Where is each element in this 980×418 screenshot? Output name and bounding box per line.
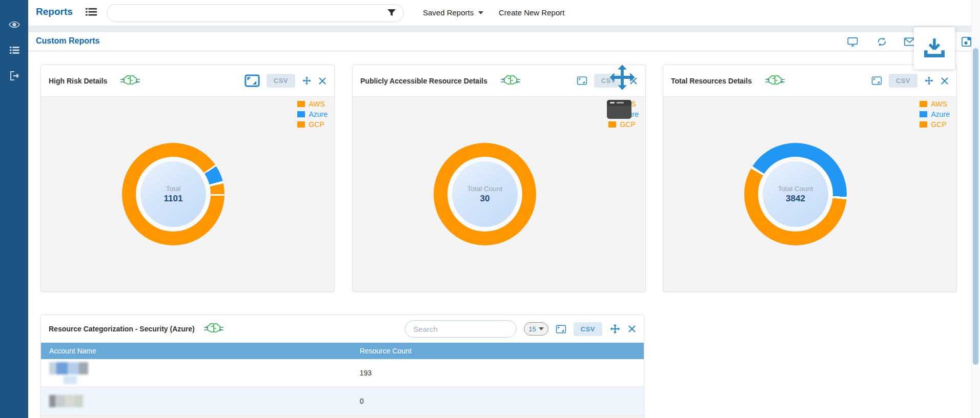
main-area: Reports Saved Reports Create New Report bbox=[28, 0, 980, 418]
card-controls: CSV bbox=[871, 74, 949, 88]
csv-button[interactable]: CSV bbox=[889, 74, 917, 88]
donut-center-label: Total bbox=[166, 185, 181, 193]
redacted-account-name bbox=[49, 395, 352, 407]
legend-swatch bbox=[920, 111, 927, 117]
table-header-row: Account Name Resource Count bbox=[41, 343, 644, 359]
create-new-report-button[interactable]: Create New Report bbox=[499, 8, 564, 17]
donut-chart[interactable]: Total 1101 bbox=[122, 143, 224, 245]
report-search-input[interactable] bbox=[114, 9, 387, 17]
card-header: High Risk Details bbox=[41, 65, 334, 97]
report-search-box bbox=[107, 4, 404, 22]
page-size-value: 15 bbox=[528, 325, 536, 333]
donut-center-label: Total Count bbox=[778, 185, 813, 193]
legend-swatch bbox=[920, 101, 927, 107]
legend-label: GCP bbox=[620, 120, 635, 129]
move-icon[interactable] bbox=[302, 76, 312, 86]
move-icon[interactable] bbox=[924, 76, 934, 86]
legend-item-aws[interactable]: AWS bbox=[297, 100, 328, 108]
expand-icon[interactable] bbox=[244, 74, 260, 87]
card-body: AWS Azure GCP Total 1101 bbox=[41, 97, 334, 291]
eye-icon[interactable] bbox=[8, 18, 21, 31]
card-title: High Risk Details bbox=[49, 77, 107, 85]
header-divider-band bbox=[28, 26, 980, 32]
move-icon[interactable] bbox=[609, 323, 621, 335]
card-high-risk-details: High Risk Details bbox=[40, 65, 335, 292]
card-header: Total Resources Details bbox=[663, 65, 956, 97]
report-list-icon[interactable] bbox=[86, 7, 97, 17]
legend-label: GCP bbox=[309, 120, 324, 129]
ai-brain-icon bbox=[501, 74, 520, 88]
donut-center: Total 1101 bbox=[140, 161, 206, 227]
donut-chart[interactable]: Total Count 3842 bbox=[744, 143, 847, 245]
legend-item-gcp[interactable]: GCP bbox=[297, 120, 328, 129]
legend-label: Azure bbox=[931, 110, 950, 118]
donut-center-value: 1101 bbox=[164, 194, 183, 204]
legend-swatch bbox=[608, 121, 616, 128]
custom-reports-bar: Custom Reports bbox=[28, 32, 980, 51]
table-row: 193 bbox=[41, 359, 644, 387]
card-publicly-accessible: Publicly Accessible Resource Details bbox=[352, 65, 646, 292]
resource-count-cell: 193 bbox=[352, 369, 644, 377]
ai-brain-icon bbox=[120, 74, 140, 88]
expand-icon[interactable] bbox=[871, 76, 882, 85]
column-header-account-name[interactable]: Account Name bbox=[41, 347, 352, 355]
app-root: Reports Saved Reports Create New Report bbox=[0, 0, 980, 418]
ai-brain-icon bbox=[204, 322, 223, 336]
legend-swatch bbox=[297, 111, 305, 117]
card-title: Publicly Accessible Resource Details bbox=[360, 77, 487, 85]
download-icon[interactable] bbox=[922, 35, 947, 61]
monitor-icon[interactable] bbox=[847, 36, 859, 48]
legend-label: AWS bbox=[931, 100, 947, 108]
legend-swatch bbox=[297, 121, 305, 128]
saved-reports-label: Saved Reports bbox=[423, 8, 474, 17]
legend-item-aws[interactable]: AWS bbox=[920, 100, 950, 108]
csv-button[interactable]: CSV bbox=[267, 74, 295, 88]
saved-reports-dropdown[interactable]: Saved Reports bbox=[423, 8, 483, 17]
close-icon[interactable] bbox=[941, 77, 949, 85]
csv-button[interactable]: CSV bbox=[574, 322, 602, 336]
filter-icon[interactable] bbox=[387, 9, 396, 18]
next-row-partial bbox=[41, 415, 644, 418]
close-icon[interactable] bbox=[628, 325, 636, 333]
table-row: 0 bbox=[41, 387, 644, 415]
expand-icon[interactable] bbox=[556, 325, 566, 333]
download-popover bbox=[914, 27, 955, 69]
column-header-resource-count[interactable]: Resource Count bbox=[352, 347, 644, 355]
table-search-input[interactable] bbox=[413, 325, 515, 333]
chevron-down-icon bbox=[539, 327, 544, 330]
drag-move-cursor-icon bbox=[607, 62, 637, 92]
save-icon[interactable] bbox=[961, 36, 972, 48]
account-name-cell bbox=[41, 362, 352, 384]
legend-label: GCP bbox=[931, 120, 946, 129]
logout-icon[interactable] bbox=[8, 70, 21, 82]
list-icon[interactable] bbox=[8, 44, 21, 56]
donut-center-value: 3842 bbox=[786, 194, 805, 204]
legend-item-azure[interactable]: Azure bbox=[920, 110, 950, 118]
vertical-scrollbar[interactable] bbox=[971, 0, 980, 418]
expand-icon[interactable] bbox=[577, 76, 587, 85]
page-size-select[interactable]: 15 bbox=[524, 322, 548, 336]
card-body: AWS Azure GCP Total Count 3842 bbox=[663, 97, 956, 291]
table-card-header: Resource Categorization - Security (Azur… bbox=[41, 315, 644, 343]
refresh-icon[interactable] bbox=[876, 36, 888, 48]
legend-label: Azure bbox=[309, 110, 328, 118]
chevron-down-icon bbox=[478, 11, 483, 14]
close-icon[interactable] bbox=[318, 77, 326, 85]
section-title: Custom Reports bbox=[36, 36, 99, 46]
donut-center-value: 30 bbox=[480, 194, 490, 204]
scrollbar-thumb[interactable] bbox=[973, 48, 978, 365]
donut-center: Total Count 3842 bbox=[763, 161, 828, 227]
donut-center: Total Count 30 bbox=[452, 161, 518, 227]
ai-brain-icon bbox=[765, 74, 785, 88]
legend-swatch bbox=[297, 101, 305, 107]
legend-item-gcp[interactable]: GCP bbox=[920, 120, 950, 129]
resource-count-cell: 0 bbox=[352, 397, 644, 405]
card-total-resources: Total Resources Details bbox=[663, 65, 957, 292]
table-toolbar: 15 CSV bbox=[405, 320, 636, 338]
card-resource-categorization: Resource Categorization - Security (Azur… bbox=[40, 315, 644, 418]
card-title: Resource Categorization - Security (Azur… bbox=[49, 325, 195, 333]
donut-chart[interactable]: Total Count 30 bbox=[434, 143, 536, 245]
legend-item-azure[interactable]: Azure bbox=[297, 110, 328, 118]
legend-item-gcp[interactable]: GCP bbox=[608, 120, 639, 129]
topbar: Reports Saved Reports Create New Report bbox=[28, 0, 980, 26]
